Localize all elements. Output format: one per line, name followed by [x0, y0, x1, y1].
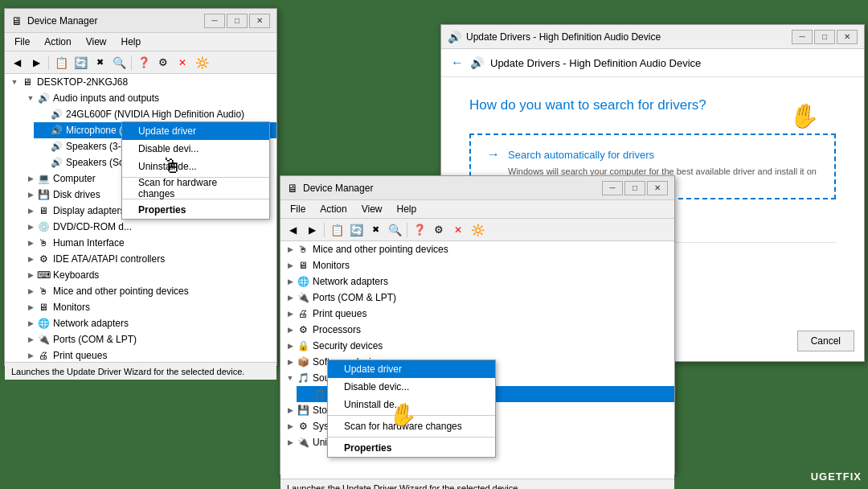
- menu-view-2[interactable]: View: [355, 202, 389, 216]
- ctx-scan-1[interactable]: Scan for hardware changes: [122, 179, 269, 197]
- tree2-ports[interactable]: ▶ 🔌 Ports (COM & LPT): [280, 290, 674, 306]
- expand-root: ▼: [8, 76, 21, 88]
- expand2-sound: ▼: [284, 372, 297, 384]
- sound2-icon: 🎵: [297, 372, 309, 384]
- tree-keyboard[interactable]: ▶ ⌨ Keyboards: [21, 267, 276, 283]
- ctx-props-2[interactable]: Properties: [328, 439, 495, 457]
- menu-help-2[interactable]: Help: [391, 202, 424, 216]
- extra-btn-1[interactable]: ⚙: [154, 54, 172, 72]
- add-btn-1[interactable]: 🔆: [193, 54, 211, 72]
- remove-btn-2[interactable]: ✕: [449, 221, 467, 239]
- add-btn-2[interactable]: 🔆: [469, 221, 486, 239]
- storage2-icon: 💾: [297, 404, 309, 417]
- tree-hid[interactable]: ▶ 🖱 Human Interface: [21, 235, 276, 251]
- tree-print[interactable]: ▶ 🖨 Print queues: [21, 347, 276, 362]
- back-btn-1[interactable]: ◀: [8, 54, 26, 72]
- search-auto-label: Search automatically for drivers: [508, 149, 654, 161]
- ctx-update-2[interactable]: Update driver: [328, 360, 495, 378]
- minimize-btn-1[interactable]: ─: [204, 14, 225, 28]
- tree-nvidia[interactable]: 🔊 24GL600F (NVIDIA High Definition Audio…: [34, 106, 276, 122]
- keyboard-icon: ⌨: [37, 269, 50, 281]
- close-btn-3[interactable]: ✕: [837, 30, 858, 44]
- close-btn-1[interactable]: ✕: [249, 14, 270, 28]
- context-menu-2[interactable]: Update driver Disable devic... Uninstall…: [327, 360, 496, 458]
- menu-file-2[interactable]: File: [284, 202, 312, 216]
- help-btn-2[interactable]: ❓: [411, 221, 428, 239]
- disk-label: Disk drives: [53, 189, 100, 200]
- cancel-button[interactable]: Cancel: [797, 331, 854, 351]
- menu-help-1[interactable]: Help: [115, 35, 148, 49]
- window-icon-2: 🖥: [287, 182, 298, 195]
- tree-mice[interactable]: ▶ 🖱 Mice and other pointing devices: [21, 283, 276, 299]
- expand2-proc: ▶: [284, 323, 297, 336]
- expand-display: ▶: [24, 204, 37, 217]
- tree2-proc[interactable]: ▶ ⚙ Processors: [280, 322, 674, 338]
- tree2-security[interactable]: ▶ 🔒 Security devices: [280, 338, 674, 354]
- tree2-network[interactable]: ▶ 🌐 Network adapters: [280, 273, 674, 290]
- update-question: How do you want to search for drivers?: [469, 97, 836, 113]
- menu-view-1[interactable]: View: [80, 35, 113, 49]
- dvd-icon: 💿: [37, 220, 50, 233]
- menu-action-2[interactable]: Action: [313, 202, 353, 216]
- expand-disk: ▶: [24, 188, 37, 201]
- help-btn-1[interactable]: ❓: [135, 54, 153, 72]
- expand2-print: ▶: [284, 307, 297, 320]
- forward-btn-1[interactable]: ▶: [27, 54, 45, 72]
- computer-item-icon: 💻: [37, 172, 50, 185]
- display-label: Display adapters: [53, 205, 125, 216]
- menu-action-1[interactable]: Action: [38, 35, 77, 49]
- back-btn-2[interactable]: ◀: [284, 221, 301, 239]
- maximize-btn-1[interactable]: □: [227, 14, 248, 28]
- minimize-btn-2[interactable]: ─: [602, 181, 623, 195]
- mice-icon: 🖱: [37, 285, 50, 298]
- ctx-scan-2[interactable]: Scan for hardware changes: [328, 417, 495, 435]
- monitors-icon: 🖥: [37, 301, 50, 314]
- tree-root-1[interactable]: ▼ 🖥 DESKTOP-2NKGJ68: [5, 74, 276, 90]
- update-btn-1[interactable]: 🔄: [72, 54, 89, 72]
- tree-dvd[interactable]: ▶ 💿 DVD/CD-ROM d...: [21, 219, 276, 235]
- device-manager-window-2[interactable]: 🖥 Device Manager ─ □ ✕ File Action View …: [280, 175, 675, 475]
- device-manager-window-1[interactable]: 🖥 Device Manager ─ □ ✕ File Action View …: [4, 8, 277, 366]
- properties-btn-1[interactable]: 📋: [52, 54, 70, 72]
- tree-audio[interactable]: ▼ 🔊 Audio inputs and outputs: [21, 90, 276, 106]
- tree-network[interactable]: ▶ 🌐 Network adapters: [21, 315, 276, 331]
- ctx-disable-1[interactable]: Disable devi...: [122, 140, 269, 158]
- expand-audio: ▼: [24, 92, 37, 105]
- context-menu-1[interactable]: Update driver Disable devi... Uninstall …: [121, 121, 270, 220]
- minimize-btn-3[interactable]: ─: [792, 30, 813, 44]
- forward-btn-2[interactable]: ▶: [303, 221, 321, 239]
- tree2-print[interactable]: ▶ 🖨 Print queues: [280, 306, 674, 322]
- uninstall-btn-1[interactable]: ✖: [91, 54, 108, 72]
- tree-monitors[interactable]: ▶ 🖥 Monitors: [21, 299, 276, 315]
- expand2-usb: ▶: [284, 436, 297, 449]
- ctx-uninstall-1[interactable]: Uninstall de...: [122, 158, 269, 175]
- ports-icon: 🔌: [37, 333, 50, 346]
- ctx-disable-2[interactable]: Disable devic...: [328, 378, 495, 396]
- status-text-1: Launches the Update Driver Wizard for th…: [11, 367, 244, 376]
- tree-ports[interactable]: ▶ 🔌 Ports (COM & LPT): [21, 331, 276, 347]
- tree2-mice[interactable]: ▶ 🖱 Mice and other pointing devices: [280, 241, 674, 257]
- network-icon: 🌐: [37, 317, 50, 330]
- monitors-label: Monitors: [53, 302, 90, 313]
- ctx-props-1[interactable]: Properties: [122, 201, 269, 219]
- extra-btn-2[interactable]: ⚙: [430, 221, 448, 239]
- close-btn-2[interactable]: ✕: [647, 181, 668, 195]
- update-btn-2[interactable]: 🔄: [347, 221, 365, 239]
- sp1-label: Speakers (3-...: [66, 141, 129, 152]
- scan-btn-1[interactable]: 🔍: [110, 54, 128, 72]
- props-btn-2[interactable]: 📋: [328, 221, 346, 239]
- computer-label: Computer: [53, 173, 96, 184]
- maximize-btn-3[interactable]: □: [814, 30, 835, 44]
- scan-btn-2[interactable]: 🔍: [386, 221, 403, 239]
- window-title-2: Device Manager: [303, 183, 373, 194]
- uninstall-btn-2[interactable]: ✖: [366, 221, 384, 239]
- back-btn-3[interactable]: ←: [451, 55, 464, 70]
- ctx-uninstall-2[interactable]: Uninstall de...: [328, 396, 495, 413]
- remove-btn-1[interactable]: ✕: [174, 54, 191, 72]
- tree2-monitors[interactable]: ▶ 🖥 Monitors: [280, 257, 674, 273]
- ctx-update-1[interactable]: Update driver: [122, 122, 269, 140]
- tree-ide[interactable]: ▶ ⚙ IDE ATA/ATAPI controllers: [21, 251, 276, 267]
- maximize-btn-2[interactable]: □: [624, 181, 645, 195]
- menu-file-1[interactable]: File: [8, 35, 36, 49]
- update-window-icon: 🔊: [448, 31, 461, 43]
